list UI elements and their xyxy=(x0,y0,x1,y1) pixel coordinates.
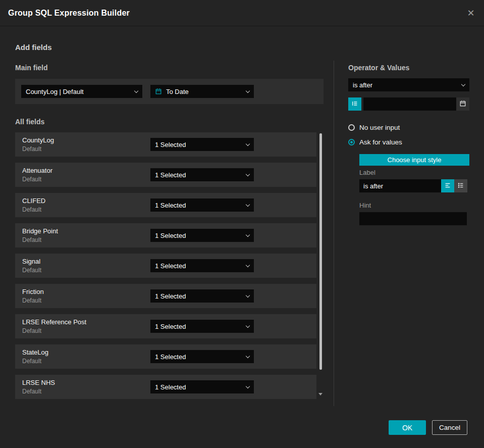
chevron-down-icon xyxy=(246,263,250,267)
field-selection-dropdown[interactable]: 1 Selected xyxy=(150,259,254,272)
chevron-down-icon xyxy=(246,172,250,176)
vertical-divider xyxy=(334,61,334,406)
field-row: Signal Default 1 Selected xyxy=(15,254,316,278)
all-fields-heading: All fields xyxy=(15,118,44,126)
calendar-icon xyxy=(155,88,162,95)
field-selection-dropdown[interactable]: 1 Selected xyxy=(150,289,254,303)
dialog-title: Group SQL Expression Builder xyxy=(8,9,130,18)
label-input-row xyxy=(359,179,467,192)
selected-count: 1 Selected xyxy=(155,353,186,361)
radio-ask-for-values[interactable]: Ask for values xyxy=(348,138,402,146)
selected-count: 1 Selected xyxy=(155,202,186,209)
chevron-down-icon xyxy=(246,293,250,297)
field-row: CLIFED Default 1 Selected xyxy=(15,193,316,217)
value-row xyxy=(348,97,469,111)
operator-select-value: is after xyxy=(353,81,372,89)
chevron-down-icon xyxy=(246,232,250,236)
single-line-style-button[interactable] xyxy=(441,179,454,192)
date-picker-button[interactable] xyxy=(456,97,469,111)
main-field-select[interactable]: CountyLog | Default xyxy=(21,85,142,98)
field-selection-dropdown[interactable]: 1 Selected xyxy=(150,198,254,212)
close-icon: ✕ xyxy=(467,9,474,18)
hint-label: Hint xyxy=(359,202,371,209)
scrollbar-down-arrow-icon[interactable] xyxy=(318,393,322,395)
chevron-down-icon xyxy=(246,323,250,327)
chevron-down-icon xyxy=(246,354,250,358)
chevron-down-icon xyxy=(246,202,250,206)
label-input[interactable] xyxy=(359,179,441,192)
chevron-down-icon xyxy=(246,88,250,92)
ok-button[interactable]: OK xyxy=(389,420,426,435)
operator-values-heading: Operator & Values xyxy=(348,64,409,72)
field-selection-dropdown[interactable]: 1 Selected xyxy=(150,320,254,333)
selected-count: 1 Selected xyxy=(155,323,186,330)
date-field-select[interactable]: To Date xyxy=(150,85,254,98)
field-selection-dropdown[interactable]: 1 Selected xyxy=(150,168,254,181)
date-field-select-value: To Date xyxy=(166,88,189,95)
chevron-down-icon xyxy=(246,141,250,145)
operator-select[interactable]: is after xyxy=(348,78,469,91)
field-selection-dropdown[interactable]: 1 Selected xyxy=(150,350,254,363)
value-input[interactable] xyxy=(363,97,456,111)
scrollbar[interactable] xyxy=(319,133,322,406)
align-left-icon xyxy=(444,182,451,190)
selected-count: 1 Selected xyxy=(155,292,186,300)
field-row: Friction Default 1 Selected xyxy=(15,284,316,308)
radio-unchecked-icon xyxy=(348,124,355,131)
value-source-button[interactable] xyxy=(348,97,361,111)
radio-checked-icon xyxy=(348,139,355,145)
list-icon xyxy=(457,182,464,190)
list-style-button[interactable] xyxy=(454,179,467,192)
main-field-panel: CountyLog | Default To Date xyxy=(15,79,324,104)
radio-no-user-input[interactable]: No user input xyxy=(348,124,400,131)
main-field-heading: Main field xyxy=(15,64,48,72)
field-selection-dropdown[interactable]: 1 Selected xyxy=(150,380,254,393)
group-sql-expression-builder-dialog: Group SQL Expression Builder ✕ Add field… xyxy=(0,0,484,448)
choose-input-style-button[interactable]: Choose input style xyxy=(359,154,469,166)
label-label: Label xyxy=(359,169,375,176)
calendar-icon xyxy=(459,100,466,109)
main-field-select-value: CountyLog | Default xyxy=(26,88,84,95)
field-row: Bridge Point Default 1 Selected xyxy=(15,223,316,247)
selected-count: 1 Selected xyxy=(155,141,186,148)
hint-input[interactable] xyxy=(359,212,467,225)
chevron-down-icon xyxy=(134,88,138,92)
field-row: LRSE Reference Post Default 1 Selected xyxy=(15,314,316,338)
chevron-down-icon xyxy=(461,82,465,86)
close-button[interactable]: ✕ xyxy=(464,6,478,20)
field-source-icon xyxy=(351,100,358,109)
selected-count: 1 Selected xyxy=(155,383,186,391)
field-row: StateLog Default 1 Selected xyxy=(15,344,316,369)
field-row: LRSE NHS Default 1 Selected xyxy=(15,375,316,399)
field-selection-dropdown[interactable]: 1 Selected xyxy=(150,229,254,242)
chevron-down-icon xyxy=(246,384,250,388)
radio-ask-for-values-label: Ask for values xyxy=(359,138,402,146)
dialog-titlebar: Group SQL Expression Builder ✕ xyxy=(0,0,484,26)
add-fields-heading: Add fields xyxy=(15,43,52,52)
field-selection-dropdown[interactable]: 1 Selected xyxy=(150,138,254,151)
radio-no-user-input-label: No user input xyxy=(359,124,400,131)
cancel-button[interactable]: Cancel xyxy=(432,420,467,435)
all-fields-list: CountyLog Default 1 Selected Attenuator … xyxy=(15,132,316,405)
scrollbar-thumb[interactable] xyxy=(319,133,322,370)
selected-count: 1 Selected xyxy=(155,171,186,179)
field-row: Attenuator Default 1 Selected xyxy=(15,163,316,187)
selected-count: 1 Selected xyxy=(155,262,186,270)
field-row: CountyLog Default 1 Selected xyxy=(15,132,316,157)
selected-count: 1 Selected xyxy=(155,232,186,239)
